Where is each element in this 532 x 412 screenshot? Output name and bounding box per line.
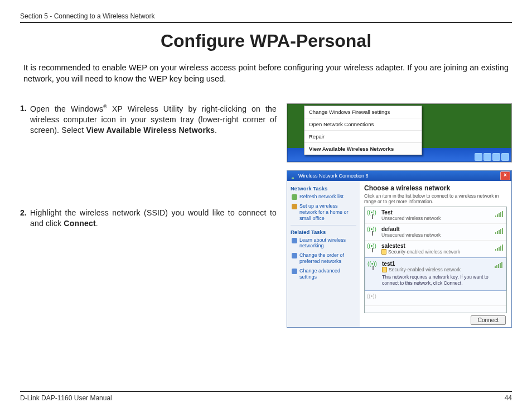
network-desc-text: Security-enabled wireless network	[389, 267, 461, 272]
step-bold: Connect	[64, 219, 95, 228]
network-list: Test Unsecured wireless network default …	[364, 207, 507, 313]
step-number: 2.	[20, 208, 30, 229]
antenna-icon	[368, 226, 378, 237]
dialog-title: Wireless Network Connection 6	[298, 173, 369, 179]
step-text: .	[96, 219, 98, 228]
screenshots-column: Change Windows Firewall settings Open Ne…	[287, 103, 512, 328]
context-menu-item[interactable]: Open Network Connections	[304, 118, 422, 130]
network-name: default	[381, 226, 503, 232]
sidebar-heading: Related Tasks	[291, 229, 356, 235]
network-desc: Security-enabled wireless network	[382, 267, 502, 272]
close-icon[interactable]: ×	[500, 171, 510, 180]
network-desc: Security-enabled wireless network	[381, 249, 503, 255]
network-name: salestest	[381, 243, 503, 249]
step-number: 1.	[20, 103, 30, 135]
network-desc: Unsecured wireless network	[381, 232, 503, 238]
sidebar-heading: Network Tasks	[291, 185, 356, 191]
step-text: .	[215, 126, 217, 135]
sidebar-item-label: Change the order of preferred networks	[299, 252, 356, 265]
sidebar-item-label: Set up a wireless network for a home or …	[299, 203, 356, 221]
network-item-selected[interactable]: test1 Security-enabled wireless network …	[365, 257, 506, 291]
sidebar-item-label: Refresh network list	[299, 194, 344, 200]
antenna-icon	[368, 243, 378, 254]
tray-icon[interactable]	[475, 153, 482, 161]
network-item[interactable]: Test Unsecured wireless network	[365, 207, 506, 224]
page-footer: D-Link DAP-1160 User Manual 44	[20, 391, 512, 402]
tray-icon[interactable]	[501, 153, 509, 161]
sidebar-item-advanced[interactable]: Change advanced settings	[292, 268, 356, 280]
antenna-icon	[368, 209, 378, 221]
main-heading: Choose a wireless network	[364, 184, 507, 192]
dialog-titlebar: Wireless Network Connection 6 ×	[287, 171, 511, 181]
wireless-icon	[289, 173, 296, 179]
network-extra-info: This network requires a network key. If …	[382, 274, 502, 286]
sidebar-item-setup[interactable]: Set up a wireless network for a home or …	[292, 203, 356, 221]
step-2: 2. Highlight the wireless network (SSID)…	[20, 208, 277, 229]
step-bold: View Available Wireless Networks	[86, 126, 215, 135]
signal-icon	[495, 244, 503, 251]
sidebar-item-label: Change advanced settings	[299, 268, 356, 280]
step-text: Open the Windows	[30, 104, 103, 113]
sidebar-item-refresh[interactable]: Refresh network list	[292, 194, 356, 200]
page-title: Configure WPA-Personal	[20, 31, 512, 51]
main-subtext: Click an item in the list below to conne…	[364, 193, 507, 204]
footer-left: D-Link DAP-1160 User Manual	[20, 394, 112, 402]
intro-paragraph: It is recommended to enable WEP on your …	[23, 63, 509, 84]
sidebar-item-learn[interactable]: Learn about wireless networking	[292, 237, 356, 250]
tray-icon[interactable]	[483, 153, 491, 161]
system-tray	[475, 153, 509, 161]
sidebar-item-label: Learn about wireless networking	[299, 237, 356, 250]
network-desc: Unsecured wireless network	[381, 215, 503, 221]
order-icon	[292, 253, 297, 258]
signal-icon	[495, 227, 503, 234]
network-item[interactable]: default Unsecured wireless network	[365, 224, 506, 241]
dialog-main: Choose a wireless network Click an item …	[360, 181, 511, 327]
antenna-icon	[369, 261, 379, 272]
screenshot-wireless-dialog: Wireless Network Connection 6 × Network …	[287, 170, 512, 328]
dialog-sidebar: Network Tasks Refresh network list Set u…	[287, 181, 360, 327]
steps-column: 1. Open the Windows® XP Wireless Utility…	[20, 103, 277, 328]
network-name: Test	[381, 209, 503, 215]
lock-icon	[381, 249, 386, 255]
setup-icon	[292, 204, 297, 209]
refresh-icon	[292, 194, 297, 200]
step-1: 1. Open the Windows® XP Wireless Utility…	[20, 103, 277, 135]
context-menu-item-selected[interactable]: View Available Wireless Networks	[304, 142, 422, 155]
context-menu-item[interactable]: Change Windows Firewall settings	[304, 106, 422, 118]
info-icon	[292, 238, 297, 243]
screenshot-context-menu: Change Windows Firewall settings Open Ne…	[287, 103, 512, 162]
signal-icon	[495, 261, 502, 268]
connect-button[interactable]: Connect	[471, 315, 506, 325]
settings-icon	[292, 269, 297, 274]
sidebar-item-order[interactable]: Change the order of preferred networks	[292, 252, 356, 265]
lock-icon	[382, 267, 387, 272]
registered-mark: ®	[103, 104, 107, 109]
network-item[interactable]: salestest Security-enabled wireless netw…	[365, 241, 506, 257]
network-desc-text: Security-enabled wireless network	[388, 249, 460, 255]
section-header: Section 5 - Connecting to a Wireless Net…	[20, 12, 512, 23]
footer-page-number: 44	[505, 394, 512, 402]
network-name: test1	[382, 261, 502, 267]
context-menu: Change Windows Firewall settings Open Ne…	[304, 106, 422, 155]
network-item-empty	[365, 291, 506, 306]
context-menu-item[interactable]: Repair	[304, 130, 422, 142]
tray-icon[interactable]	[492, 153, 500, 161]
signal-icon	[495, 210, 503, 217]
